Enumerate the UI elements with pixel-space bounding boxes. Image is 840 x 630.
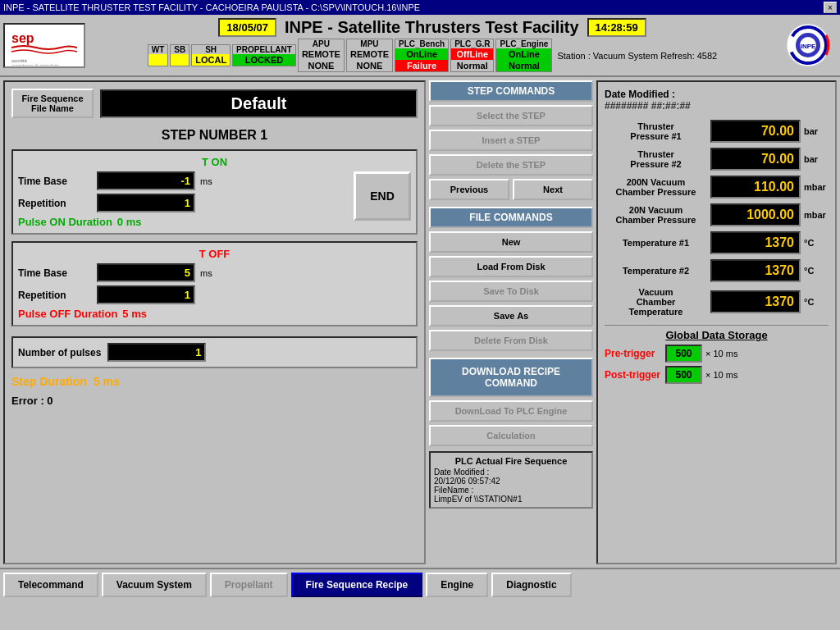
- vacuum20n-row: 20N VacuumChamber Pressure 1000.00 mbar: [605, 203, 829, 226]
- station-propellant: PROPELLANT LOCKED: [232, 44, 296, 66]
- middle-panel: STEP COMMANDS Select the STEP Insert a S…: [429, 80, 593, 564]
- thruster-p1-unit: bar: [804, 126, 829, 136]
- pretrigger-value[interactable]: 500: [665, 345, 702, 363]
- posttrigger-value[interactable]: 500: [665, 366, 702, 384]
- ton-box: T ON Time Base -1 ms Repetition 1 Pulse …: [11, 149, 418, 235]
- station-plc-engine: PLC_Engine OnLine Normal: [495, 39, 552, 72]
- close-button[interactable]: ×: [824, 2, 837, 13]
- download-to-plc-button[interactable]: DownLoad To PLC Engine: [429, 400, 593, 422]
- vacuum200n-value: 110.00: [710, 176, 801, 199]
- pulses-value[interactable]: 1: [107, 343, 206, 362]
- file-commands-title: FILE COMMANDS: [429, 207, 593, 228]
- station-mpu-label: MPU: [347, 39, 392, 48]
- sep-logo: sep société européenne de propulsion: [3, 23, 85, 68]
- station-wt-value: [148, 54, 168, 66]
- station-apu: APU REMOTE NONE: [298, 39, 345, 72]
- download-cmd-title[interactable]: DOWNLOAD RECIPE COMMAND: [429, 358, 593, 397]
- fire-seq-value: Default: [100, 89, 418, 118]
- svg-text:européenne de propulsion: européenne de propulsion: [11, 63, 59, 66]
- delete-from-disk-button[interactable]: Delete From Disk: [429, 330, 593, 351]
- insert-step-button[interactable]: Insert a STEP: [429, 130, 593, 151]
- nav-vacuum-system[interactable]: Vacuum System: [102, 573, 207, 597]
- toff-repetition-value[interactable]: 1: [97, 285, 195, 304]
- station-mpu-value2: NONE: [347, 60, 392, 71]
- nav-telecommand[interactable]: Telecommand: [3, 573, 98, 597]
- center-header: 18/05/07 INPE - Satellite Thrusters Test…: [89, 18, 776, 72]
- station-plc-engine-online: OnLine: [496, 48, 551, 60]
- toff-label: T OFF: [18, 248, 411, 260]
- save-as-button[interactable]: Save As: [429, 305, 593, 326]
- time-badge: 14:28:59: [587, 18, 646, 37]
- thruster-p1-value: 70.00: [710, 120, 801, 143]
- vac-temp-value: 1370: [710, 290, 801, 313]
- toff-box: T OFF Time Base 5 ms Repetition 1 Pulse …: [11, 241, 418, 326]
- plc-info-box: PLC Actual Fire Sequence Date Modified :…: [429, 451, 593, 509]
- station-plc-gr-label: PLC_G.R: [451, 39, 493, 48]
- header: sep société européenne de propulsion 18/…: [0, 15, 840, 77]
- posttrigger-unit: × 10 ms: [705, 370, 737, 380]
- svg-text:sep: sep: [11, 31, 34, 45]
- temp1-row: Temperature #1 1370 °C: [605, 231, 829, 254]
- vacuum20n-value: 1000.00: [710, 203, 801, 226]
- station-mpu-value1: REMOTE: [347, 48, 392, 60]
- ton-fields: Time Base -1 ms Repetition 1 Pulse ON Du…: [18, 171, 347, 228]
- station-plc-engine-normal: Normal: [496, 60, 551, 71]
- thruster-p2-value: 70.00: [710, 148, 801, 171]
- temp1-label: Temperature #1: [605, 238, 707, 248]
- new-button[interactable]: New: [429, 231, 593, 253]
- station-propellant-value: LOCKED: [233, 54, 295, 66]
- prev-next-row: Previous Next: [429, 179, 593, 200]
- temp2-value: 1370: [710, 259, 801, 282]
- vacuum20n-label: 20N VacuumChamber Pressure: [605, 205, 707, 225]
- previous-button[interactable]: Previous: [429, 179, 509, 200]
- sep-logo-svg: sep société européenne de propulsion: [7, 25, 81, 66]
- toff-duration-row: Pulse OFF Duration 5 ms: [18, 308, 411, 320]
- ton-timebase-value[interactable]: -1: [97, 171, 195, 190]
- main-content: Fire SequenceFile Name Default STEP NUMB…: [0, 77, 840, 568]
- nav-engine[interactable]: Engine: [426, 573, 488, 597]
- date-title-row: 18/05/07 INPE - Satellite Thrusters Test…: [218, 18, 646, 37]
- step-duration-row: Step Duration 5 ms: [11, 375, 418, 388]
- vac-temp-row: VacuumChamberTemperature 1370 °C: [605, 287, 829, 317]
- station-plc-gr-offline: OffLine: [451, 48, 493, 60]
- end-button[interactable]: END: [354, 171, 411, 221]
- posttrigger-row: Post-trigger 500 × 10 ms: [605, 366, 829, 384]
- select-step-button[interactable]: Select the STEP: [429, 105, 593, 126]
- plc-filename-value: LimpEV of \\STATION#1: [434, 495, 588, 504]
- station-apu-value2: NONE: [299, 60, 344, 71]
- nav-diagnostic[interactable]: Diagnostic: [491, 573, 571, 597]
- station-sb-label: SB: [171, 45, 189, 54]
- station-apu-label: APU: [299, 39, 344, 48]
- next-button[interactable]: Next: [513, 179, 593, 200]
- ton-repetition-label: Repetition: [18, 198, 92, 209]
- thruster-p2-label: ThrusterPressure #2: [605, 149, 707, 169]
- pulses-label: Number of pulses: [18, 347, 101, 358]
- global-data-section: Global Data Storage Pre-trigger 500 × 10…: [605, 325, 829, 387]
- station-plc-engine-label: PLC_Engine: [496, 39, 551, 48]
- station-plc-gr: PLC_G.R OffLine Normal: [450, 39, 494, 72]
- ton-timebase-label: Time Base: [18, 176, 92, 187]
- ton-label: T ON: [18, 156, 411, 168]
- step-commands-title: STEP COMMANDS: [429, 80, 593, 102]
- load-from-disk-button[interactable]: Load From Disk: [429, 256, 593, 277]
- delete-step-button[interactable]: Delete the STEP: [429, 154, 593, 176]
- nav-propellant[interactable]: Propellant: [210, 573, 288, 597]
- nav-fire-sequence-recipe[interactable]: Fire Sequence Recipe: [291, 573, 423, 597]
- ton-repetition-value[interactable]: 1: [97, 194, 195, 212]
- station-apu-value1: REMOTE: [299, 48, 344, 60]
- station-row: WT SB SH LOCAL PROPELLANT LOCKED APU: [148, 39, 717, 72]
- fire-seq-label: Fire SequenceFile Name: [11, 89, 94, 118]
- ton-timebase-row: Time Base -1 ms: [18, 171, 347, 190]
- calculation-button[interactable]: Calculation: [429, 425, 593, 446]
- plc-info-title: PLC Actual Fire Sequence: [434, 456, 588, 466]
- station-plc-gr-normal: Normal: [451, 60, 493, 71]
- save-to-disk-button[interactable]: Save To Disk: [429, 281, 593, 302]
- inpe-logo: INPE: [779, 23, 837, 68]
- station-plc-bench: PLC_Bench OnLine Failure: [395, 39, 449, 72]
- toff-timebase-value[interactable]: 5: [97, 263, 195, 282]
- toff-timebase-label: Time Base: [18, 267, 92, 279]
- temp2-unit: °C: [804, 266, 829, 276]
- station-plc-bench-failure: Failure: [395, 60, 448, 71]
- main-title: INPE - Satellite Thrusters Test Facility: [285, 18, 579, 37]
- thruster-p1-label: ThrusterPressure #1: [605, 121, 707, 141]
